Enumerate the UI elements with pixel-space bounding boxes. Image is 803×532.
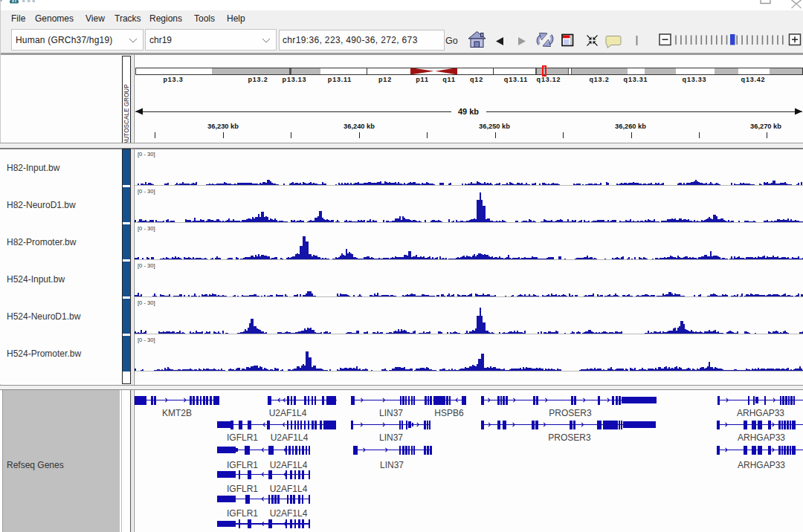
svg-text:q12: q12 xyxy=(470,76,483,83)
svg-text:chr19: chr19 xyxy=(149,35,172,45)
svg-text:U2AF1L4: U2AF1L4 xyxy=(269,408,307,418)
svg-text:Tools: Tools xyxy=(194,13,215,24)
svg-text:KMT2B: KMT2B xyxy=(162,408,192,418)
svg-text:LIN37: LIN37 xyxy=(380,460,404,470)
svg-text:q13.2: q13.2 xyxy=(589,76,609,83)
svg-text:q13.42: q13.42 xyxy=(741,76,766,83)
svg-text:ARHGAP33: ARHGAP33 xyxy=(738,460,785,470)
svg-text:36,260 kb: 36,260 kb xyxy=(615,123,646,130)
svg-text:q13.33: q13.33 xyxy=(683,76,707,83)
svg-text:Help: Help xyxy=(227,13,245,24)
svg-text:49 kb: 49 kb xyxy=(458,107,479,116)
svg-text:q13.31: q13.31 xyxy=(624,76,648,83)
svg-text:ARHGAP33: ARHGAP33 xyxy=(737,408,784,418)
svg-text:[0 - 30]: [0 - 30] xyxy=(138,188,155,195)
svg-text:q13.12: q13.12 xyxy=(537,76,561,83)
svg-text:[0 - 30]: [0 - 30] xyxy=(138,299,155,306)
svg-text:q11: q11 xyxy=(442,76,455,83)
svg-text:Regions: Regions xyxy=(149,13,182,24)
svg-text:p12: p12 xyxy=(378,76,392,83)
svg-text:View: View xyxy=(86,13,105,24)
svg-text:Genomes: Genomes xyxy=(35,13,74,24)
svg-text:H524-NeuroD1.bw: H524-NeuroD1.bw xyxy=(7,311,81,322)
svg-text:Tracks: Tracks xyxy=(115,13,141,24)
svg-text:IGFLR1: IGFLR1 xyxy=(227,460,258,470)
svg-text:36,270 kb: 36,270 kb xyxy=(750,123,781,130)
svg-text:ARHGAP33: ARHGAP33 xyxy=(738,432,785,443)
svg-text:HSPB6: HSPB6 xyxy=(434,408,464,418)
svg-text:File: File xyxy=(11,13,26,24)
svg-text:[0 - 30]: [0 - 30] xyxy=(138,151,155,158)
svg-text:U2AF1L4: U2AF1L4 xyxy=(270,508,308,519)
svg-text:[0 - 30]: [0 - 30] xyxy=(138,262,155,269)
svg-text:AUTOSCALE GROUP: AUTOSCALE GROUP xyxy=(123,84,130,145)
svg-text:H82-Input.bw: H82-Input.bw xyxy=(7,163,60,173)
svg-text:p13.13: p13.13 xyxy=(283,76,307,83)
svg-text:36,240 kb: 36,240 kb xyxy=(344,123,375,130)
svg-text:U2AF1L4: U2AF1L4 xyxy=(270,460,308,470)
svg-text:PROSER3: PROSER3 xyxy=(548,432,591,443)
svg-text:q13.11: q13.11 xyxy=(504,76,528,83)
svg-text:p13.2: p13.2 xyxy=(248,76,268,83)
svg-text:p11: p11 xyxy=(416,76,428,83)
svg-text:H524-Input.bw: H524-Input.bw xyxy=(7,274,65,285)
svg-text:U2AF1L4: U2AF1L4 xyxy=(271,432,309,443)
svg-text:Human (GRCh37/hg19): Human (GRCh37/hg19) xyxy=(16,35,113,45)
svg-text:LIN37: LIN37 xyxy=(379,408,403,418)
svg-text:[0 - 30]: [0 - 30] xyxy=(138,337,155,343)
svg-text:IGFLR1: IGFLR1 xyxy=(227,432,258,443)
svg-text:IGFLR1: IGFLR1 xyxy=(227,508,258,519)
svg-text:LIN37: LIN37 xyxy=(379,432,403,443)
svg-text:p13.11: p13.11 xyxy=(328,76,352,83)
svg-text:Go: Go xyxy=(445,36,458,46)
svg-text:H524-Promoter.bw: H524-Promoter.bw xyxy=(7,348,81,359)
svg-text:p13.3: p13.3 xyxy=(163,76,183,83)
svg-text:36,230 kb: 36,230 kb xyxy=(207,123,239,130)
svg-text:IGFLR1: IGFLR1 xyxy=(227,484,258,494)
svg-text:[0 - 30]: [0 - 30] xyxy=(138,225,155,232)
svg-text:H82-NeuroD1.bw: H82-NeuroD1.bw xyxy=(7,200,76,210)
svg-text:chr19:36, 223, 490-36, 272, 67: chr19:36, 223, 490-36, 272, 673 xyxy=(283,35,418,45)
svg-text:PROSER3: PROSER3 xyxy=(549,408,592,418)
svg-text:36,250 kb: 36,250 kb xyxy=(479,123,510,130)
svg-text:H82-Promoter.bw: H82-Promoter.bw xyxy=(7,237,77,247)
svg-text:Refseq Genes: Refseq Genes xyxy=(7,460,64,470)
svg-text:U2AF1L4: U2AF1L4 xyxy=(270,484,308,494)
